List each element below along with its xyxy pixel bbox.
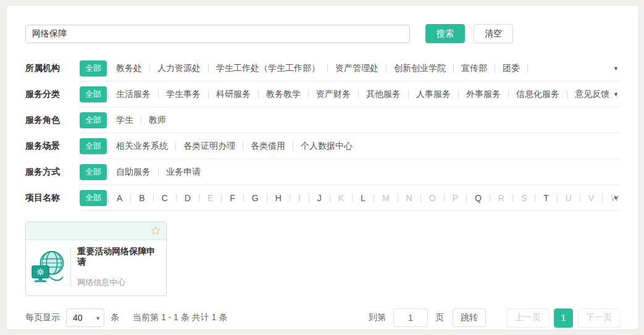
filter-item[interactable]: 个人数据中心 — [293, 141, 360, 152]
filter-item: N — [398, 193, 420, 203]
filter-items-role: 全部学生教师 — [80, 107, 620, 133]
filter-all-badge[interactable]: 全部 — [80, 86, 107, 102]
result-summary: 当前第 1 - 1 条 共计 1 条 — [133, 312, 227, 323]
filter-item[interactable]: 外事服务 — [459, 89, 508, 100]
filter-item[interactable]: 各类借用 — [243, 141, 293, 152]
filter-item[interactable]: 其他服务 — [359, 89, 408, 100]
item-divider — [527, 64, 528, 73]
filter-items-category: 全部生活服务学生事务科研服务教务教学资产财务其他服务人事服务外事服务信息化服务意… — [80, 81, 620, 107]
filter-label-method: 服务方式 — [25, 159, 80, 185]
card-divider — [70, 247, 71, 287]
filter-all-badge[interactable]: 全部 — [80, 164, 107, 180]
filter-all-badge[interactable]: 全部 — [80, 60, 107, 77]
result-card[interactable]: 重要活动网络保障申请 网络信息中心 — [25, 221, 167, 296]
filter-item[interactable]: T — [535, 193, 557, 203]
filter-item[interactable]: 科研服务 — [209, 89, 258, 100]
filter-all-badge[interactable]: 全部 — [80, 112, 107, 128]
filter-item: I — [290, 193, 309, 203]
filter-label-name: 项目名称 — [25, 185, 80, 211]
filter-item: E — [199, 193, 221, 203]
filter-row-method: 服务方式全部自助服务业务申请 — [25, 159, 620, 185]
result-card-body: 重要活动网络保障申请 网络信息中心 — [26, 240, 166, 296]
filter-row-scene: 服务场景全部相关业务系统各类证明办理各类借用个人数据中心 — [25, 133, 620, 159]
filter-item: U — [558, 193, 580, 203]
goto-prefix-label: 到第 — [369, 312, 386, 323]
filter-item[interactable]: 资产管理处 — [328, 63, 386, 74]
filter-label-org: 所属机构 — [25, 56, 80, 81]
filter-items-method: 全部自助服务业务申请 — [80, 159, 620, 185]
result-card-header — [26, 222, 166, 240]
filter-row-role: 服务角色全部学生教师 — [25, 107, 620, 133]
filter-item[interactable]: A — [109, 193, 130, 203]
per-page-select[interactable]: 40 — [66, 308, 104, 327]
current-page-button[interactable]: 1 — [554, 308, 573, 328]
filter-row-name: 项目名称全部ABCDEFGHIJKLMNOPQRSTUVWX▼ — [25, 185, 620, 211]
filter-item[interactable]: 生活服务 — [109, 89, 158, 100]
goto-page-input[interactable] — [393, 308, 428, 327]
expand-arrow-icon[interactable]: ▼ — [613, 91, 619, 97]
filter-item[interactable]: 学生事务 — [159, 89, 208, 100]
filter-item[interactable]: Q — [467, 193, 490, 203]
page-buttons: 上一页 1 下一页 — [502, 308, 620, 328]
filter-item: M — [374, 193, 398, 203]
filter-item[interactable]: 教务教学 — [259, 89, 308, 100]
filter-item: V — [580, 193, 602, 203]
filter-item[interactable]: B — [131, 193, 153, 203]
filter-item[interactable]: 宣传部 — [454, 63, 495, 74]
filter-items-scene: 全部相关业务系统各类证明办理各类借用个人数据中心 — [80, 133, 620, 159]
filter-item[interactable]: 信息化服务 — [509, 89, 567, 100]
filter-item: O — [421, 193, 444, 203]
filter-item[interactable]: 教师 — [141, 115, 174, 126]
pagination-right: 到第 页 跳转 上一页 1 下一页 — [369, 308, 620, 328]
filter-items-org: 全部教务处人力资源处学生工作处（学生工作部）资产管理处创新创业学院宣传部团委▼ — [80, 56, 620, 81]
search-input[interactable] — [25, 25, 410, 43]
filter-item[interactable]: 资产财务 — [309, 89, 358, 100]
clear-button[interactable]: 清空 — [474, 24, 513, 43]
filter-item[interactable]: D — [177, 193, 199, 203]
filter-item[interactable]: L — [353, 193, 374, 203]
filter-rows: 所属机构全部教务处人力资源处学生工作处（学生工作部）资产管理处创新创业学院宣传部… — [25, 56, 620, 211]
per-page-select-wrap: 40 ▾ — [66, 308, 104, 327]
filter-row-org: 所属机构全部教务处人力资源处学生工作处（学生工作部）资产管理处创新创业学院宣传部… — [25, 56, 620, 81]
filter-item[interactable]: F — [222, 193, 243, 203]
filter-label-scene: 服务场景 — [25, 133, 80, 159]
filter-item[interactable]: 自助服务 — [109, 167, 158, 178]
filter-label-category: 服务分类 — [25, 81, 80, 107]
filter-item[interactable]: 学生 — [109, 115, 141, 126]
filter-item[interactable]: H — [267, 193, 290, 203]
pagination-left: 每页显示 40 ▾ 条 当前第 1 - 1 条 共计 1 条 — [25, 308, 227, 327]
filter-item[interactable]: 学生工作处（学生工作部） — [209, 63, 327, 74]
filter-item[interactable]: G — [244, 193, 267, 203]
search-row: 搜索 清空 — [25, 24, 620, 43]
filter-item: K — [330, 193, 352, 203]
filter-all-badge[interactable]: 全部 — [80, 190, 107, 206]
filter-item[interactable]: 教务处 — [109, 63, 149, 74]
pagination-bar: 每页显示 40 ▾ 条 当前第 1 - 1 条 共计 1 条 到第 页 跳转 上… — [25, 308, 620, 328]
expand-arrow-icon[interactable]: ▼ — [613, 65, 619, 72]
filter-item[interactable]: 人力资源处 — [150, 63, 208, 74]
goto-suffix-label: 页 — [435, 312, 444, 323]
favorite-star-icon[interactable] — [150, 225, 161, 236]
next-page-button[interactable]: 下一页 — [578, 308, 620, 328]
filter-item[interactable]: J — [309, 193, 330, 203]
filter-item[interactable]: 意见反馈 — [567, 89, 617, 100]
filter-item[interactable]: 各类证明办理 — [176, 141, 243, 152]
filter-item[interactable]: 业务申请 — [159, 167, 208, 178]
per-page-unit: 条 — [111, 312, 119, 323]
jump-button[interactable]: 跳转 — [453, 308, 486, 327]
expand-arrow-icon[interactable]: ▼ — [613, 195, 619, 201]
filter-row-category: 服务分类全部生活服务学生事务科研服务教务教学资产财务其他服务人事服务外事服务信息… — [25, 81, 620, 107]
network-service-icon — [31, 249, 65, 286]
filter-item[interactable]: C — [154, 193, 176, 203]
per-page-label: 每页显示 — [25, 312, 60, 323]
filter-item: P — [445, 193, 466, 203]
filter-item[interactable]: 相关业务系统 — [109, 141, 175, 152]
filter-item[interactable]: 创新创业学院 — [387, 63, 453, 74]
filter-item[interactable]: 团委 — [495, 63, 527, 74]
service-title[interactable]: 重要活动网络保障申请 — [77, 246, 161, 267]
filter-item[interactable]: 人事服务 — [409, 89, 458, 100]
search-button[interactable]: 搜索 — [425, 24, 465, 43]
filter-all-badge[interactable]: 全部 — [80, 138, 107, 154]
prev-page-button[interactable]: 上一页 — [507, 308, 549, 328]
main-panel: 搜索 清空 所属机构全部教务处人力资源处学生工作处（学生工作部）资产管理处创新创… — [6, 5, 639, 330]
